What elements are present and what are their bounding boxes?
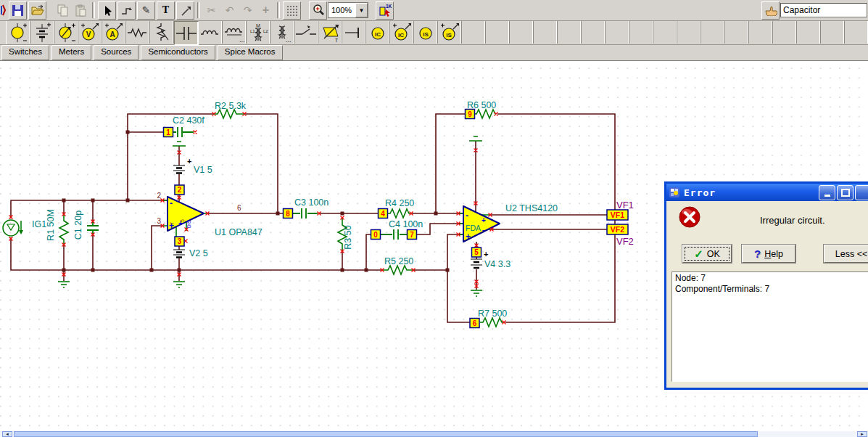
component-toolbar: V A ... ML1L2 ... T xyxy=(0,21,868,45)
svg-text:IS: IS xyxy=(446,31,452,38)
capacitor-tool[interactable] xyxy=(174,21,199,45)
close-button[interactable] xyxy=(855,185,868,200)
battery-tool[interactable] xyxy=(30,21,54,44)
label-ig1: IG1 xyxy=(32,219,46,229)
svg-text:IC: IC xyxy=(375,30,381,37)
fda-out-plus-mark: + xyxy=(481,216,486,224)
trim-tool-button[interactable] xyxy=(176,1,194,20)
vf1-terminal[interactable]: VF1 xyxy=(607,210,628,220)
component-value-tool-button[interactable]: 1K xyxy=(376,1,394,20)
focus-rect xyxy=(685,247,729,261)
svg-text:1: 1 xyxy=(166,128,170,136)
save-icon xyxy=(12,4,24,17)
error-message: Irregular circuit. xyxy=(760,215,825,226)
label-c2: C2 430f xyxy=(173,115,204,126)
open-button[interactable] xyxy=(28,1,46,20)
zoom-level-value: 100% xyxy=(328,6,355,15)
undo-button[interactable]: ↶ xyxy=(221,2,238,19)
error-dialog-title: Error xyxy=(684,187,817,198)
current-generator-tool[interactable]: A xyxy=(102,21,126,44)
u1-pin5-label: 5 xyxy=(180,219,185,222)
vf2-terminal[interactable]: VF2 xyxy=(607,224,628,234)
pointing-hand-icon xyxy=(764,4,777,16)
scrollbar-thumb[interactable] xyxy=(14,431,758,437)
text-tool-button[interactable]: T xyxy=(157,1,175,20)
transformer-tool[interactable]: ML1L2 xyxy=(247,21,270,44)
zoom-tool-button[interactable] xyxy=(309,1,327,20)
voltage-source-tool[interactable] xyxy=(7,21,30,44)
jumper-tool[interactable] xyxy=(342,21,366,44)
zoom-dropdown-arrow[interactable]: ▼ xyxy=(355,3,368,17)
is-source-plus-tool[interactable]: IS xyxy=(438,21,462,44)
maximize-icon xyxy=(841,189,850,197)
ic-source-plus-icon: IC xyxy=(392,23,412,43)
coupled-inductor-tool[interactable]: ... xyxy=(223,21,247,44)
scroll-left-button[interactable]: ◄ xyxy=(2,431,12,437)
tab-semiconductors[interactable]: Semiconductors xyxy=(141,45,215,60)
is-source-tool[interactable]: IS xyxy=(414,21,438,44)
wire-tool-button[interactable] xyxy=(117,1,136,20)
switch-tool[interactable] xyxy=(294,21,318,44)
resistor-tool[interactable] xyxy=(126,21,150,44)
paste-button[interactable] xyxy=(73,2,89,19)
svg-text:V: V xyxy=(86,30,91,38)
transformer-alt-tool[interactable]: ... xyxy=(270,21,294,44)
maximize-button[interactable] xyxy=(837,185,853,200)
battery-icon xyxy=(32,23,52,43)
tab-sources[interactable]: Sources xyxy=(94,45,139,60)
detail-line: Component/Terminals: 7 xyxy=(675,284,865,295)
find-component-button[interactable] xyxy=(761,1,780,20)
potentiometer-icon xyxy=(151,23,173,43)
voltage-generator-tool[interactable]: V xyxy=(78,21,102,44)
ok-button[interactable]: ✓ OK xyxy=(682,245,732,263)
node-badge-6: 6 xyxy=(470,319,479,328)
cursor-icon xyxy=(102,4,113,17)
svg-text:3: 3 xyxy=(178,237,182,245)
error-details-list[interactable]: Node: 7 Component/Terminals: 7 xyxy=(671,271,868,382)
current-source-tool[interactable] xyxy=(54,21,78,44)
toolbar-handle xyxy=(0,21,7,44)
minimize-button[interactable] xyxy=(819,185,835,200)
svg-text:IC: IC xyxy=(398,31,404,38)
tab-spice-macros[interactable]: Spice Macros xyxy=(218,45,283,60)
save-button[interactable] xyxy=(9,1,27,20)
node-badge-8: 8 xyxy=(284,209,293,218)
label-v2: V2 5 xyxy=(189,248,208,258)
component-name-field[interactable] xyxy=(780,3,867,17)
u1-pin3-label: 3 xyxy=(157,217,161,225)
ic-source-tool[interactable]: IC xyxy=(366,21,390,44)
horizontal-scrollbar[interactable]: ◄ ► xyxy=(0,431,868,437)
ic-source-plus-tool[interactable]: IC xyxy=(390,21,414,44)
pencil-icon: ✎ xyxy=(142,5,151,15)
less-label: Less << xyxy=(835,249,867,259)
help-button[interactable]: ? Help xyxy=(742,245,795,263)
app-window: ✎ T ✂ ↶ ↷ + 100% ▼ 1K xyxy=(0,0,868,437)
node-badge-5: 5 xyxy=(472,248,481,257)
zoom-level-select[interactable]: 100% ▼ xyxy=(328,2,368,18)
svg-text:VF2: VF2 xyxy=(611,225,624,234)
label-r2: R2 5.3k xyxy=(215,101,247,111)
crosshair-button[interactable]: + xyxy=(257,2,274,19)
controlled-source-tool[interactable]: T xyxy=(318,21,342,44)
grid-toggle-button[interactable] xyxy=(283,1,301,20)
redo-button[interactable]: ↷ xyxy=(239,2,256,19)
vf2-label: VF2 xyxy=(616,236,634,247)
scroll-right-button[interactable]: ► xyxy=(857,431,867,437)
inductor-tool[interactable] xyxy=(199,21,223,44)
copy-button[interactable] xyxy=(54,2,71,19)
less-button[interactable]: Less << xyxy=(824,245,868,263)
select-tool-button[interactable] xyxy=(98,1,116,20)
node-badge-3: 3 xyxy=(175,237,184,246)
tab-meters[interactable]: Meters xyxy=(51,45,91,60)
voltage-generator-icon: V xyxy=(80,23,100,43)
minimize-icon xyxy=(824,195,830,197)
draw-tool-button[interactable]: ✎ xyxy=(137,1,155,20)
tab-switches[interactable]: Switches xyxy=(1,45,49,60)
error-dialog-titlebar[interactable]: Error xyxy=(666,184,868,201)
cut-button[interactable]: ✂ xyxy=(203,2,220,19)
svg-text:M: M xyxy=(256,23,260,28)
potentiometer-tool[interactable] xyxy=(150,21,174,44)
main-toolbar: ✎ T ✂ ↶ ↷ + 100% ▼ 1K xyxy=(0,0,868,21)
detail-line: Node: 7 xyxy=(675,273,865,284)
slash-arrow-icon xyxy=(179,4,191,17)
